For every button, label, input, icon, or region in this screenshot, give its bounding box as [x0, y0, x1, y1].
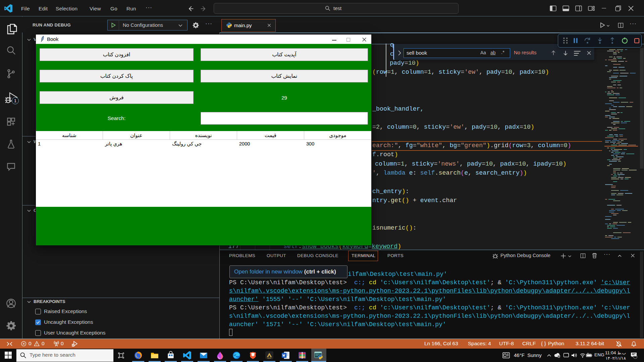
svg-text:alpari: alpari — [267, 357, 271, 359]
